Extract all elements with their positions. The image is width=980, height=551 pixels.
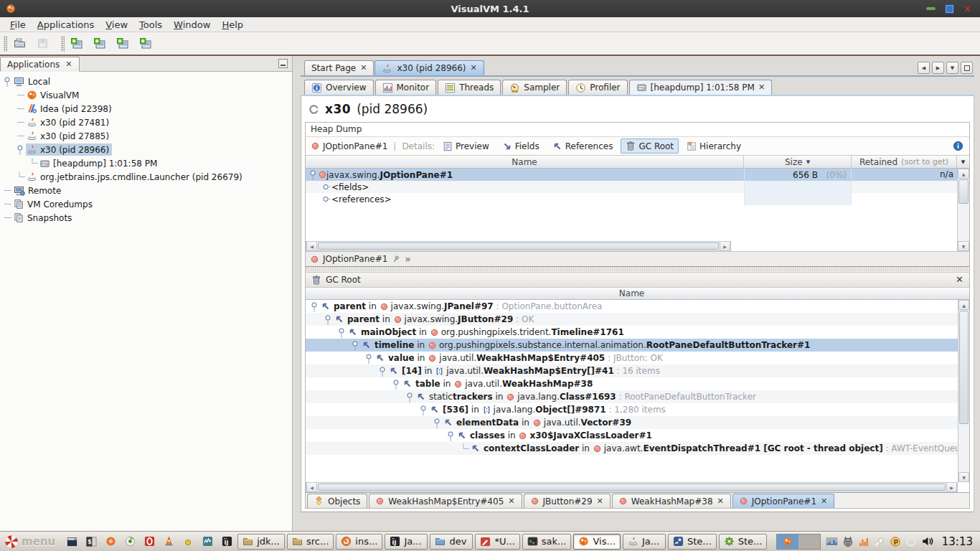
fields-button[interactable]: Fields bbox=[497, 139, 545, 154]
close-tab-icon[interactable]: ✕ bbox=[471, 65, 477, 72]
object-table-row[interactable]: <references> bbox=[306, 193, 957, 205]
result-tab-jbutton-29[interactable]: JButton#29✕ bbox=[524, 494, 611, 508]
taskbar-window-button[interactable]: jdk... bbox=[237, 534, 285, 550]
gc-tree-row[interactable]: [536] in java.lang.Object[]#9871 : 1,280… bbox=[306, 403, 958, 416]
tray-tray-chart[interactable] bbox=[826, 536, 838, 547]
close-tab-icon[interactable]: ✕ bbox=[821, 498, 827, 505]
scroll-up-arrow[interactable]: ▲ bbox=[958, 300, 969, 310]
taskbar-window-button[interactable]: ins... bbox=[336, 534, 382, 550]
horizontal-splitter[interactable] bbox=[306, 267, 969, 273]
menu-applications[interactable]: Applications bbox=[32, 19, 100, 31]
start-menu-button[interactable]: menu bbox=[3, 534, 61, 549]
expand-handle[interactable] bbox=[321, 182, 331, 192]
add-app-snapshot-button[interactable] bbox=[136, 35, 155, 52]
collapse-handle[interactable] bbox=[16, 144, 25, 155]
view-tab--heapdump-1-01-58-pm[interactable]: [heapdump] 1:01:58 PM✕ bbox=[629, 80, 773, 95]
taskbar-window-button[interactable]: Ste... bbox=[719, 534, 768, 550]
tab-list-button[interactable]: ▼ bbox=[946, 62, 958, 74]
tree-row[interactable]: VM Coredumps bbox=[0, 197, 292, 211]
close-window-button[interactable]: ✕ bbox=[963, 5, 971, 13]
tree-row[interactable]: Idea (pid 22398) bbox=[0, 102, 292, 116]
collapse-handle[interactable] bbox=[364, 353, 374, 364]
gc-tree-row[interactable]: parent in javax.swing.JPanel#97 : Option… bbox=[306, 300, 958, 313]
scroll-right-arrow[interactable]: ▶ bbox=[946, 483, 957, 491]
close-tab-icon[interactable]: ✕ bbox=[360, 65, 367, 72]
close-tab-icon[interactable]: ✕ bbox=[758, 84, 765, 91]
tree-row[interactable]: x30 (pid 27885) bbox=[0, 129, 292, 143]
tree-row[interactable]: Snapshots bbox=[0, 211, 292, 225]
tray-cat[interactable] bbox=[842, 536, 854, 547]
doc-tab[interactable]: x30 (pid 28966)✕ bbox=[374, 60, 484, 75]
result-tab-joptionpane-1[interactable]: JOptionPane#1✕ bbox=[732, 494, 835, 508]
scroll-down-arrow[interactable]: ▼ bbox=[958, 241, 969, 251]
tray-ring-light[interactable] bbox=[905, 536, 917, 547]
collapse-handle[interactable] bbox=[351, 340, 360, 351]
info-button[interactable] bbox=[953, 141, 963, 151]
scroll-left-arrow[interactable]: ◀ bbox=[306, 242, 317, 250]
view-tab-profiler[interactable]: Profiler bbox=[568, 80, 627, 95]
collapse-handle[interactable] bbox=[308, 169, 318, 180]
tree-item[interactable]: Remote bbox=[13, 184, 64, 197]
taskbar-window-button[interactable]: *U... bbox=[475, 534, 519, 550]
workspace-1[interactable] bbox=[777, 534, 798, 549]
tree-item[interactable]: x30 (pid 27481) bbox=[26, 116, 112, 128]
add-jmx-connection-button[interactable] bbox=[90, 35, 109, 52]
tree-item[interactable]: x30 (pid 28966) bbox=[26, 143, 112, 156]
tray-histogram[interactable] bbox=[858, 536, 870, 547]
scrollbar-track[interactable] bbox=[958, 179, 969, 241]
tree-row[interactable]: Local bbox=[0, 75, 292, 88]
gc-tree-row[interactable]: static trackers in java.lang.Class#1693 … bbox=[306, 390, 958, 403]
maximize-view-button[interactable] bbox=[961, 62, 973, 74]
scroll-down-arrow[interactable]: ▼ bbox=[958, 472, 969, 482]
workspace-2[interactable] bbox=[798, 534, 820, 549]
column-header-size[interactable]: Size▼ bbox=[744, 156, 852, 168]
taskbar-window-button[interactable]: src... bbox=[287, 534, 334, 550]
scrollbar-track[interactable] bbox=[317, 483, 946, 491]
add-remote-host-button[interactable] bbox=[67, 35, 86, 52]
gc-tree-row[interactable]: value in java.util.WeakHashMap$Entry#405… bbox=[306, 352, 958, 364]
gc-tree-row[interactable]: parent in javax.swing.JButton#29 : OK bbox=[306, 313, 958, 326]
launcher-ubuntu[interactable] bbox=[102, 533, 119, 550]
taskbar-window-button[interactable]: dev bbox=[430, 534, 473, 550]
scroll-right-button[interactable]: ▶ bbox=[932, 62, 944, 74]
taskbar-window-button[interactable]: Ja... bbox=[623, 534, 666, 550]
scroll-up-arrow[interactable]: ▲ bbox=[958, 169, 969, 179]
gc-tree-row[interactable]: elementData in java.util.Vector#39 bbox=[306, 416, 958, 429]
taskbar-window-button[interactable]: IJJa... bbox=[385, 534, 428, 550]
result-tab-weakhashmap-entry-405[interactable]: WeakHashMap$Entry#405✕ bbox=[369, 494, 522, 508]
collapse-handle[interactable] bbox=[419, 405, 428, 415]
tree-item[interactable]: Idea (pid 22398) bbox=[26, 103, 115, 115]
tree-item[interactable]: org.jetbrains.jps.cmdline.Launcher (pid … bbox=[26, 171, 245, 183]
view-tab-threads[interactable]: Threads bbox=[438, 80, 501, 95]
tray-plug[interactable] bbox=[874, 536, 885, 547]
scrollbar-thumb[interactable] bbox=[959, 311, 969, 424]
tree-item[interactable]: [heapdump] 1:01:58 PM bbox=[39, 158, 160, 169]
taskbar-window-button[interactable]: Vis... bbox=[573, 534, 620, 550]
close-gc-root-button[interactable]: ✕ bbox=[956, 276, 963, 284]
expand-handle[interactable] bbox=[321, 194, 331, 204]
horizontal-scrollbar[interactable]: ◀▶ bbox=[306, 241, 731, 251]
vertical-scrollbar[interactable]: ▲▼ bbox=[957, 169, 969, 251]
object-table-row[interactable]: <fields> bbox=[306, 181, 957, 193]
scrollbar-track[interactable] bbox=[958, 310, 969, 472]
workspace-switcher[interactable] bbox=[776, 534, 821, 550]
gc-tree-row[interactable]: mainObject in org.pushingpixels.trident.… bbox=[306, 326, 958, 339]
scrollbar-thumb[interactable] bbox=[318, 484, 946, 491]
gc-tree-row[interactable]: contextClassLoader in java.awt.EventDisp… bbox=[306, 442, 958, 455]
launcher-chrome[interactable] bbox=[121, 533, 138, 550]
collapse-handle[interactable] bbox=[433, 418, 442, 428]
pin-icon[interactable] bbox=[392, 255, 400, 263]
gc-tree-row[interactable]: table in java.util.WeakHashMap#38 bbox=[306, 377, 958, 390]
vertical-scrollbar[interactable]: ▲▼ bbox=[958, 300, 969, 482]
launcher-wave[interactable] bbox=[199, 533, 216, 550]
tray-coin[interactable]: P bbox=[890, 536, 901, 547]
horizontal-scrollbar[interactable]: ◀▶ bbox=[306, 482, 958, 492]
scroll-left-arrow[interactable]: ◀ bbox=[306, 483, 317, 491]
tree-item[interactable]: x30 (pid 27885) bbox=[26, 130, 112, 142]
references-button[interactable]: References bbox=[547, 139, 618, 154]
close-tab-icon[interactable]: ✕ bbox=[597, 498, 603, 505]
view-tab-monitor[interactable]: Monitor bbox=[375, 80, 437, 95]
launcher-intellij[interactable]: IJ bbox=[218, 533, 235, 550]
minimize-panel-button[interactable] bbox=[278, 59, 288, 68]
panel-splitter[interactable] bbox=[293, 56, 301, 531]
